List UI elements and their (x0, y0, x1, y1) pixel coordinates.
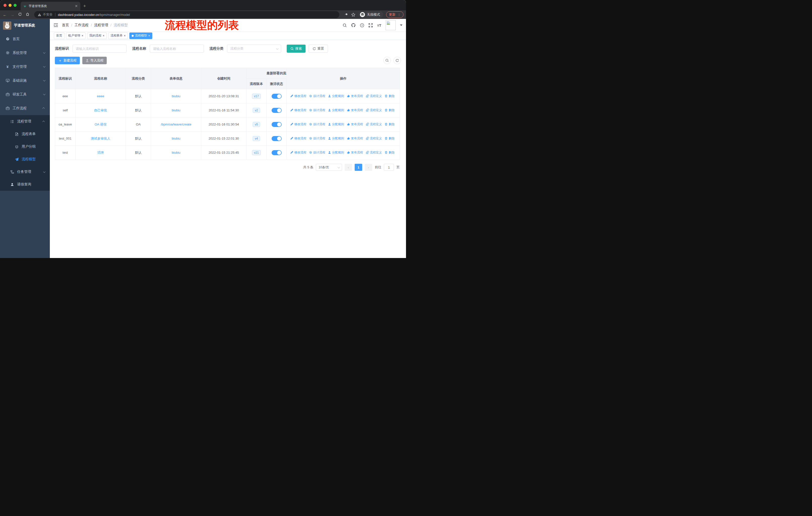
tag-process-model[interactable]: 流程模型× (129, 32, 152, 39)
tag-process-form[interactable]: 流程表单× (108, 32, 128, 39)
form-info-link[interactable]: /bpm/oa/leave/create (161, 123, 191, 126)
search-button[interactable]: 搜索 (287, 45, 306, 53)
prev-page-button[interactable]: ‹ (345, 164, 352, 171)
tag-my-process[interactable]: 我的流程× (87, 32, 107, 39)
close-icon[interactable]: × (103, 34, 105, 37)
browser-tab[interactable]: 芋道管理系统 ✕ (21, 2, 80, 10)
new-tab-button[interactable]: + (83, 3, 86, 9)
breadcrumb-process-mgmt[interactable]: 流程管理 (94, 23, 108, 27)
sidebar-item-payment[interactable]: ¥ 支付管理 (0, 60, 50, 74)
action-assign-link[interactable]: 分配规则 (328, 108, 344, 112)
page-size-select[interactable]: 10条/页 (316, 164, 342, 171)
action-delete-link[interactable]: 删除 (385, 136, 395, 141)
avatar-dropdown-icon[interactable] (400, 24, 403, 26)
action-modify-link[interactable]: 修改流程 (290, 136, 306, 141)
action-deploy-link[interactable]: 发布流程 (347, 136, 363, 141)
action-delete-link[interactable]: 删除 (385, 94, 395, 98)
browser-menu-icon[interactable]: ⋮ (398, 13, 401, 17)
action-delete-link[interactable]: 删除 (385, 108, 395, 112)
action-design-link[interactable]: 设计流程 (309, 151, 325, 155)
action-modify-link[interactable]: 修改流程 (290, 151, 306, 155)
action-assign-link[interactable]: 分配规则 (328, 151, 344, 155)
action-deploy-link[interactable]: 发布流程 (347, 108, 363, 112)
process-name-link[interactable]: 滔博 (97, 151, 104, 155)
tag-tenant-mgmt[interactable]: 租户管理× (66, 32, 86, 39)
form-info-link[interactable]: biubiu (172, 151, 180, 155)
help-icon[interactable]: ? (360, 23, 364, 27)
form-info-link[interactable]: biubiu (172, 137, 180, 140)
bookmark-star-icon[interactable] (351, 12, 355, 17)
active-toggle[interactable] (271, 150, 282, 155)
action-modify-link[interactable]: 修改流程 (290, 94, 306, 98)
sidebar-item-devtools[interactable]: 研发工具 (0, 87, 50, 101)
forward-icon[interactable]: → (10, 12, 14, 17)
goto-page-input[interactable] (384, 164, 394, 171)
sidebar-logo[interactable]: 芋道管理系统 (0, 19, 50, 32)
fullscreen-icon[interactable] (369, 23, 373, 27)
action-assign-link[interactable]: 分配规则 (328, 136, 344, 141)
sidebar-collapse-icon[interactable] (53, 23, 58, 28)
process-name-link[interactable]: eeee (97, 94, 104, 98)
process-name-link[interactable]: OA 请假 (95, 123, 107, 126)
sidebar-item-task-mgmt[interactable]: 任务管理 (0, 166, 50, 178)
active-toggle[interactable] (271, 94, 282, 99)
action-definition-link[interactable]: 流程定义 (366, 108, 382, 112)
sidebar-item-home[interactable]: 首页 (0, 32, 50, 46)
reset-button[interactable]: 重置 (309, 45, 328, 53)
sidebar-item-workflow[interactable]: 工作流程 (0, 101, 50, 115)
action-delete-link[interactable]: 删除 (385, 122, 395, 127)
action-assign-link[interactable]: 分配规则 (328, 122, 344, 127)
close-icon[interactable]: × (82, 34, 83, 37)
breadcrumb-workflow[interactable]: 工作流程 (75, 23, 89, 27)
action-design-link[interactable]: 设计流程 (309, 108, 325, 112)
action-modify-link[interactable]: 修改流程 (290, 108, 306, 112)
process-name-input[interactable] (150, 45, 204, 53)
avatar[interactable] (386, 20, 396, 30)
active-toggle[interactable] (271, 136, 282, 141)
minimize-window-button[interactable] (8, 4, 11, 7)
password-key-icon[interactable] (344, 12, 348, 17)
font-size-icon[interactable]: тT (377, 23, 381, 27)
active-toggle[interactable] (271, 108, 282, 113)
browser-update-button[interactable]: 更新 ⋮ (386, 11, 404, 18)
sidebar-item-infra[interactable]: 基础设施 (0, 74, 50, 87)
home-icon[interactable] (25, 12, 30, 17)
close-window-button[interactable] (3, 4, 6, 7)
fullscreen-window-button[interactable] (13, 4, 17, 7)
active-toggle[interactable] (271, 122, 282, 127)
process-key-input[interactable] (72, 45, 126, 53)
import-process-button[interactable]: 导入流程 (82, 57, 107, 64)
sidebar-item-system[interactable]: 系统管理 (0, 46, 50, 60)
form-info-link[interactable]: biubiu (172, 108, 180, 112)
sidebar-item-process-form[interactable]: 流程表单 (0, 128, 50, 140)
action-definition-link[interactable]: 流程定义 (366, 151, 382, 155)
action-assign-link[interactable]: 分配规则 (328, 94, 344, 98)
sidebar-item-process-mgmt[interactable]: 流程管理 (0, 115, 50, 128)
action-deploy-link[interactable]: 发布流程 (347, 151, 363, 155)
tag-home[interactable]: 首页 (54, 32, 64, 39)
action-deploy-link[interactable]: 发布流程 (347, 122, 363, 127)
refresh-table-button[interactable] (394, 57, 401, 64)
action-deploy-link[interactable]: 发布流程 (347, 94, 363, 98)
action-design-link[interactable]: 设计流程 (309, 94, 325, 98)
reload-icon[interactable] (18, 12, 22, 17)
action-design-link[interactable]: 设计流程 (309, 136, 325, 141)
back-icon[interactable]: ← (2, 12, 7, 17)
process-name-link[interactable]: 自己审批 (94, 108, 107, 112)
security-warning[interactable]: 不安全 (38, 12, 53, 17)
close-icon[interactable]: × (124, 34, 125, 37)
action-definition-link[interactable]: 流程定义 (366, 136, 382, 141)
close-icon[interactable]: × (148, 34, 150, 37)
action-design-link[interactable]: 设计流程 (309, 122, 325, 127)
tab-close-icon[interactable]: ✕ (75, 4, 78, 8)
category-select[interactable]: 流程分类 (227, 45, 281, 53)
github-icon[interactable] (351, 23, 356, 27)
action-definition-link[interactable]: 流程定义 (366, 94, 382, 98)
sidebar-item-user-group[interactable]: 用户分组 (0, 140, 50, 153)
action-delete-link[interactable]: 删除 (385, 151, 395, 155)
toggle-search-button[interactable] (383, 57, 391, 64)
breadcrumb-home[interactable]: 首页 (62, 23, 69, 27)
next-page-button[interactable]: › (365, 164, 372, 171)
create-process-button[interactable]: ＋ 新建流程 (55, 57, 80, 64)
action-definition-link[interactable]: 流程定义 (366, 122, 382, 127)
